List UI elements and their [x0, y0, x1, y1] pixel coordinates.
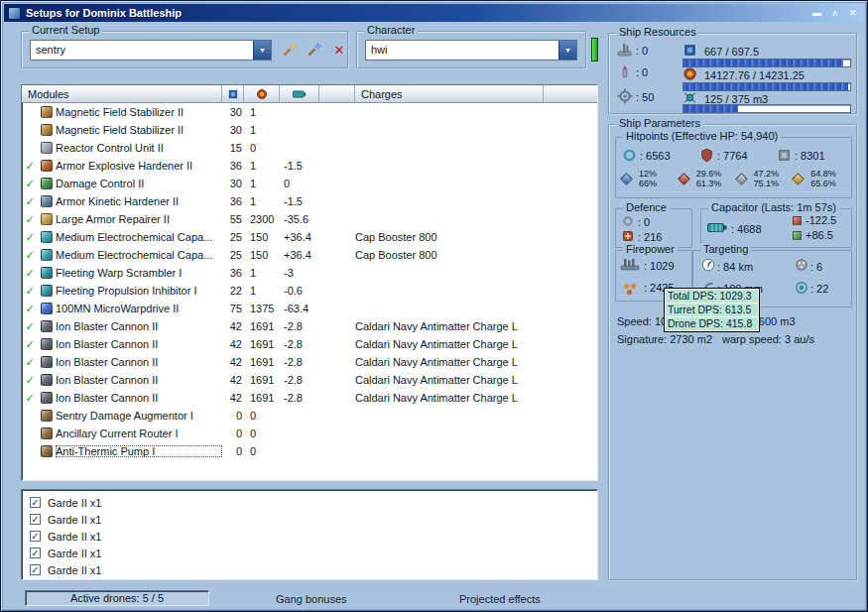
module-cap-value: -0.6 [280, 285, 319, 297]
character-select[interactable]: hwi ▼ [365, 40, 577, 61]
cap-drain-icon [793, 216, 802, 225]
col-spacer [544, 85, 597, 103]
gang-bonuses-section[interactable]: Gang bonuses [276, 593, 347, 605]
module-row[interactable]: ✓ Ion Blaster Cannon II 42 1691 -2.8 Cal… [22, 335, 597, 353]
projected-effects-section[interactable]: Projected effects [459, 593, 541, 605]
module-name: Ion Blaster Cannon II [56, 338, 222, 350]
powergrid-bar-fill [683, 83, 848, 90]
module-row[interactable]: Anti-Thermic Pump I 0 0 [22, 442, 597, 460]
modules-table: Modules Charges Magnetic Field Stabilize… [21, 84, 598, 481]
module-row[interactable]: ✓ Fleeting Warp Scrambler I 36 1 -3 [22, 264, 597, 282]
drone-row[interactable]: ✓ Garde II x1 [22, 545, 597, 561]
resists-row: 12% 66% 29.6% 61.3% 47.2% 75.1% 64.8% 65… [620, 169, 849, 188]
armor-repair-value: : 216 [638, 231, 662, 243]
drone-row[interactable]: ✓ Garde II x1 [22, 511, 597, 528]
module-pg-value: 1375 [244, 303, 280, 314]
module-icon [38, 267, 56, 279]
title-bar[interactable]: Setups for Dominix Battleship ▬ ∧ ✕ [4, 4, 864, 22]
shade-button[interactable]: ∧ [827, 7, 842, 20]
module-row[interactable]: ✓ Armor Explosive Hardener II 36 1 -1.5 [22, 157, 597, 175]
close-button[interactable]: ✕ [845, 7, 860, 20]
module-row[interactable]: Ancillary Current Router I 0 0 [22, 425, 597, 442]
resist-icon [620, 173, 633, 185]
module-cap-value: -35.6 [280, 213, 319, 225]
app-icon[interactable] [8, 7, 21, 20]
cap-recharge-icon [793, 231, 802, 240]
drone-checkbox[interactable]: ✓ [30, 564, 41, 575]
minimize-button[interactable]: ▬ [809, 7, 824, 20]
module-row[interactable]: ✓ Armor Kinetic Hardener II 36 1 -1.5 [22, 192, 597, 210]
character-select-value: hwi [366, 41, 558, 60]
module-cap-value: -63.4 [280, 303, 319, 314]
module-row[interactable]: ✓ Fleeting Propulsion Inhibitor I 22 1 -… [22, 282, 597, 300]
chevron-down-icon[interactable]: ▼ [558, 41, 576, 60]
module-charge: Cap Booster 800 [355, 249, 437, 261]
col-capacitor-header[interactable] [280, 85, 319, 103]
setup-select-value: sentry [31, 41, 253, 60]
armor-icon [699, 148, 714, 165]
drone-row[interactable]: ✓ Garde II x1 [22, 528, 597, 545]
active-checkmark: ✓ [22, 249, 38, 262]
col-cpu-header[interactable] [222, 85, 244, 103]
module-row[interactable]: ✓ Ion Blaster Cannon II 42 1691 -2.8 Cal… [22, 389, 597, 407]
drone-checkbox[interactable]: ✓ [30, 548, 41, 558]
active-drones-count: Active drones: 5 / 5 [70, 592, 164, 604]
module-cpu-value: 36 [222, 195, 244, 207]
module-name: Anti-Thermic Pump I [56, 445, 222, 457]
drone-checkbox[interactable]: ✓ [30, 514, 41, 525]
drone-row[interactable]: ✓ Garde II x1 [22, 494, 597, 511]
module-row[interactable]: ✓ Medium Electrochemical Capa... 25 150 … [22, 246, 597, 264]
module-row[interactable]: Sentry Damage Augmentor I 0 0 [22, 407, 597, 425]
col-charges-header[interactable]: Charges [355, 85, 544, 103]
drone-checkbox[interactable]: ✓ [30, 531, 41, 542]
delete-setup-button[interactable]: ✕ [329, 40, 349, 60]
module-row[interactable]: ✓ Large Armor Repairer II 55 2300 -35.6 [22, 210, 597, 228]
powergrid-bar [682, 82, 851, 91]
chevron-down-icon[interactable]: ▼ [253, 41, 271, 60]
new-setup-button[interactable] [280, 40, 300, 60]
powergrid-icon [256, 88, 268, 100]
module-cpu-value: 15 [222, 142, 244, 154]
module-pg-value: 1 [244, 195, 280, 207]
col-powergrid-header[interactable] [244, 85, 280, 103]
module-cpu-value: 30 [222, 106, 244, 118]
module-icon [38, 160, 56, 172]
setup-select[interactable]: sentry ▼ [30, 40, 272, 61]
module-row[interactable]: ✓ Ion Blaster Cannon II 42 1691 -2.8 Cal… [22, 317, 597, 335]
cap-drain-value: -122.5 [806, 214, 836, 226]
structure-hp-value: : 8301 [795, 150, 825, 162]
module-pg-value: 0 [244, 428, 280, 439]
module-row[interactable]: Magnetic Field Stabilizer II 30 1 [22, 121, 597, 139]
module-charge: Caldari Navy Antimatter Charge L [355, 320, 518, 332]
module-row[interactable]: Reactor Control Unit II 15 0 [22, 139, 597, 157]
module-row[interactable]: ✓ 100MN MicroWarpdrive II 75 1375 -63.4 [22, 300, 597, 317]
col-modules-header[interactable]: Modules [22, 85, 222, 103]
module-cpu-value: 42 [222, 392, 244, 404]
launcher-hardpoint-icon [617, 64, 633, 82]
dps-value: : 1029 [644, 260, 675, 272]
speed-value: Speed: 10 [617, 315, 667, 327]
active-checkmark: ✓ [22, 374, 38, 387]
module-row[interactable]: ✓ Damage Control II 30 1 0 [22, 175, 597, 192]
window-title: Setups for Dominix Battleship [26, 7, 806, 19]
module-name: Medium Electrochemical Capa... [56, 249, 222, 261]
module-pg-value: 150 [244, 231, 280, 243]
module-row[interactable]: ✓ Ion Blaster Cannon II 42 1691 -2.8 Cal… [22, 371, 597, 389]
drone-row[interactable]: ✓ Garde II x1 [22, 561, 597, 578]
copy-setup-button[interactable] [305, 40, 324, 60]
active-checkmark: ✓ [22, 231, 38, 244]
drone-checkbox[interactable]: ✓ [30, 497, 41, 508]
module-row[interactable]: ✓ Medium Electrochemical Capa... 25 150 … [22, 228, 597, 246]
cpu-icon [682, 43, 697, 60]
powergrid-icon [682, 66, 697, 83]
module-cpu-value: 36 [222, 267, 244, 279]
active-checkmark: ✓ [22, 356, 38, 369]
module-icon [38, 285, 56, 297]
armor-resist-value: 65.6% [810, 179, 836, 188]
module-cap-value: -2.8 [280, 320, 319, 332]
module-cpu-value: 42 [222, 374, 244, 386]
module-row[interactable]: ✓ Ion Blaster Cannon II 42 1691 -2.8 Cal… [22, 353, 597, 371]
module-cpu-value: 0 [222, 445, 244, 457]
module-row[interactable]: Magnetic Field Stabilizer II 30 1 [22, 103, 597, 121]
max-targets-icon [795, 258, 808, 274]
